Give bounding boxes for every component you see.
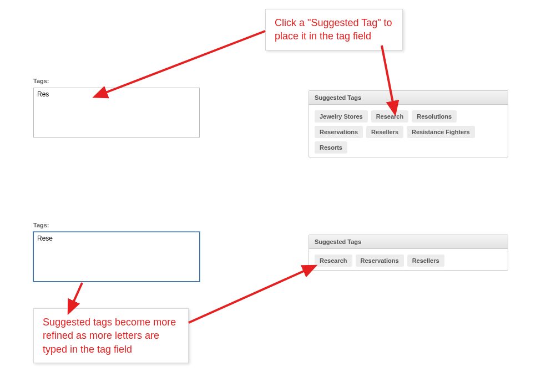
- tag-chip[interactable]: Resellers: [366, 126, 403, 138]
- suggested-body-1: Jewelry Stores Research Resolutions Rese…: [309, 105, 508, 157]
- tag-chip[interactable]: Resistance Fighters: [407, 126, 475, 138]
- tag-chip[interactable]: Resolutions: [412, 110, 457, 123]
- svg-line-3: [189, 269, 307, 323]
- tag-chip[interactable]: Research: [315, 254, 352, 267]
- callout-top-text: Click a "Suggested Tag" to place it in t…: [275, 17, 392, 42]
- suggested-header-1: Suggested Tags: [309, 91, 508, 105]
- callout-top: Click a "Suggested Tag" to place it in t…: [265, 9, 403, 50]
- tag-input-2[interactable]: Rese: [33, 232, 200, 282]
- tag-chip[interactable]: Research: [371, 110, 409, 123]
- suggested-panel-1: Suggested Tags Jewelry Stores Research R…: [309, 90, 508, 157]
- suggested-body-2: Research Reservations Resellers: [309, 249, 508, 270]
- tag-chip[interactable]: Jewelry Stores: [315, 110, 368, 123]
- tag-input-2-value: Rese: [37, 235, 53, 242]
- tags-label-1: Tags:: [33, 78, 200, 84]
- svg-line-2: [72, 283, 82, 305]
- tag-input-1[interactable]: Res: [33, 88, 200, 138]
- suggested-header-2: Suggested Tags: [309, 235, 508, 249]
- tag-chip[interactable]: Reservations: [356, 254, 404, 267]
- suggested-panel-2: Suggested Tags Research Reservations Res…: [309, 235, 508, 271]
- tags-label-2: Tags:: [33, 222, 200, 228]
- callout-bottom-text: Suggested tags become more refined as mo…: [43, 317, 176, 355]
- tag-input-1-value: Res: [37, 90, 49, 98]
- tag-chip[interactable]: Reservations: [315, 126, 363, 138]
- tag-chip[interactable]: Resorts: [315, 141, 347, 154]
- tag-chip[interactable]: Resellers: [407, 254, 444, 267]
- callout-bottom: Suggested tags become more refined as mo…: [33, 308, 189, 363]
